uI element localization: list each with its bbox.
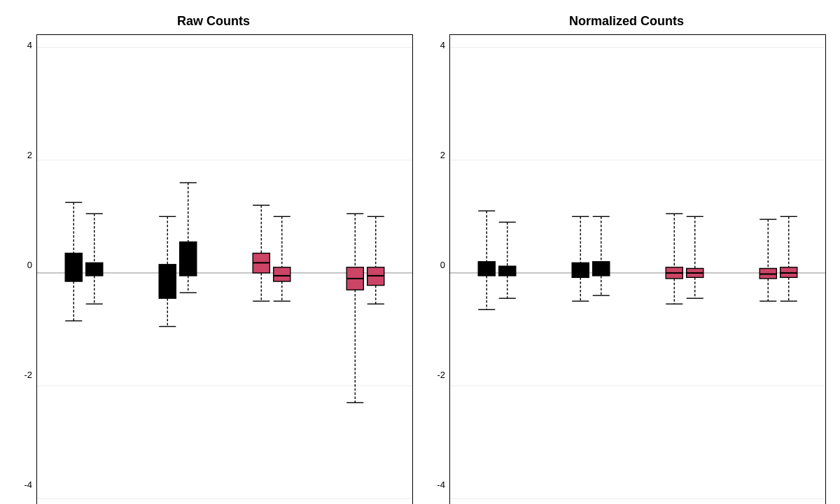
chart-title-normalized-counts: Normalized Counts [569, 14, 684, 29]
chart-svg-normalized-counts [450, 35, 825, 504]
y-label: 4 [27, 40, 32, 50]
chart-svg-raw-counts [37, 35, 412, 504]
plot-area-raw-counts [36, 34, 413, 504]
svg-rect-78 [593, 262, 610, 276]
svg-rect-13 [86, 262, 103, 276]
y-label: -2 [437, 370, 445, 380]
plot-area-normalized-counts [449, 34, 826, 504]
chart-panel-normalized-counts: Normalized Counts420-2-4CASE_1CASE_4CTRL… [427, 14, 826, 490]
svg-rect-66 [499, 266, 516, 276]
svg-rect-7 [65, 253, 82, 281]
chart-area-normalized-counts: 420-2-4CASE_1CASE_4CTRL_2CTRL_5 [427, 34, 826, 504]
chart-area-raw-counts: 420-2-4CASE_1CASE_4CTRL_2CTRL_5 [14, 34, 413, 504]
svg-rect-60 [478, 262, 495, 276]
y-label: 2 [440, 150, 445, 160]
y-label: 0 [27, 260, 32, 270]
y-label: -4 [24, 479, 32, 490]
chart-title-raw-counts: Raw Counts [177, 14, 250, 29]
y-label: 0 [440, 260, 445, 270]
y-label: -2 [24, 370, 32, 380]
chart-panel-raw-counts: Raw Counts420-2-4CASE_1CASE_4CTRL_2CTRL_… [14, 14, 413, 490]
y-axis-normalized-counts: 420-2-4 [427, 34, 449, 504]
y-label: 2 [27, 150, 32, 160]
y-label: -4 [437, 479, 445, 490]
y-label: 4 [440, 40, 445, 50]
y-axis-raw-counts: 420-2-4 [14, 34, 36, 504]
svg-rect-25 [180, 242, 197, 276]
svg-rect-19 [159, 265, 176, 298]
charts-container: Raw Counts420-2-4CASE_1CASE_4CTRL_2CTRL_… [14, 14, 826, 490]
svg-rect-37 [274, 267, 290, 281]
